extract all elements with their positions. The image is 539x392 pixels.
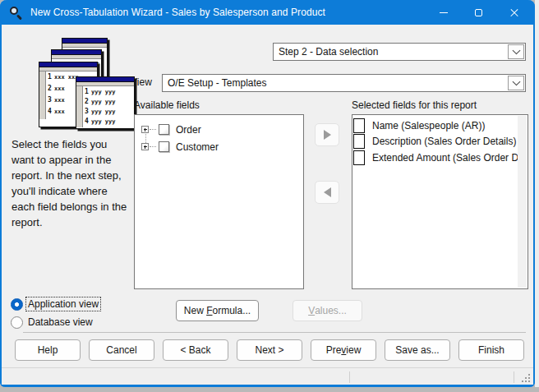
close-icon: [509, 7, 519, 17]
view-selector-dropdown-button[interactable]: [508, 76, 524, 90]
close-button[interactable]: [496, 0, 532, 25]
tree-item-label: Customer: [176, 141, 219, 153]
available-fields-tree[interactable]: Order Customer: [134, 114, 304, 289]
graphic-card-front: 1yyy yyy 2yyy yyy 3yyy yyy 4yyy yyy: [76, 76, 135, 129]
view-selector-value: O/E Setup - Templates: [168, 77, 267, 89]
step-selector[interactable]: Step 2 - Data selection: [273, 43, 526, 61]
caption-buttons: [426, 0, 532, 25]
add-field-button[interactable]: [315, 123, 339, 146]
selected-field-label: Description (Sales Order Details): [372, 136, 516, 147]
selected-field-row[interactable]: Extended Amount (Sales Order D: [352, 150, 527, 166]
radio-unselected-icon[interactable]: [11, 316, 23, 329]
selected-fields-label: Selected fields for this report: [352, 99, 477, 111]
chevron-down-icon: [512, 77, 520, 85]
remove-field-button[interactable]: [315, 181, 339, 204]
field-icon: [353, 134, 365, 149]
status-bar: [2, 367, 533, 385]
tree-connector: [145, 132, 146, 143]
crosstab-wizard-graphic-icon: c AA c AA c 1xxx xxx 2xxx 3xxx 4xxx 1yyy…: [18, 36, 120, 131]
selected-field-row[interactable]: Name (Salespeople (AR)): [352, 118, 527, 134]
field-icon: [353, 150, 365, 165]
new-formula-button[interactable]: New Formula...: [176, 300, 259, 321]
selected-fields-list[interactable]: Name (Salespeople (AR)) Description (Sal…: [352, 114, 528, 289]
vertical-scrollbar[interactable]: [518, 116, 527, 288]
help-button[interactable]: Help: [15, 339, 81, 361]
finish-button[interactable]: Finish: [458, 339, 524, 361]
application-view-radio[interactable]: Application view: [11, 297, 100, 311]
expand-plus-icon[interactable]: [141, 143, 149, 150]
footer-button-bar: Help Cancel < Back Next > Preview Save a…: [15, 339, 524, 361]
view-selector[interactable]: O/E Setup - Templates: [162, 74, 526, 92]
triangle-left-icon: [324, 187, 331, 197]
titlebar[interactable]: New Cross-Tabulation Wizard - Sales by S…: [0, 0, 535, 25]
application-view-label[interactable]: Application view: [26, 297, 100, 311]
maximize-icon: [475, 9, 482, 16]
table-icon: [159, 124, 169, 135]
expand-plus-icon[interactable]: [141, 126, 149, 133]
step-description: Select the fields you want to appear in …: [12, 136, 128, 230]
status-bar-divider: [349, 371, 350, 383]
maximize-button[interactable]: [461, 0, 496, 25]
preview-button[interactable]: Preview: [311, 339, 376, 361]
step-selector-dropdown-button[interactable]: [508, 44, 524, 59]
chevron-down-icon: [512, 46, 520, 54]
window-title: New Cross-Tabulation Wizard - Sales by S…: [30, 7, 325, 18]
next-button[interactable]: Next >: [237, 339, 302, 361]
minimize-icon: [440, 12, 448, 13]
wizard-dialog-window: New Cross-Tabulation Wizard - Sales by S…: [0, 0, 535, 387]
tree-item-label: Order: [176, 124, 201, 136]
magnifier-icon: [9, 6, 23, 20]
field-icon: [353, 118, 365, 133]
radio-selected-icon[interactable]: [11, 298, 23, 311]
table-icon: [159, 141, 169, 152]
selected-field-label: Extended Amount (Sales Order D: [372, 152, 518, 164]
save-as-button[interactable]: Save as...: [385, 339, 450, 361]
cancel-button[interactable]: Cancel: [89, 339, 154, 361]
available-fields-label: Available fields: [134, 99, 200, 111]
selected-field-label: Name (Salespeople (AR)): [372, 120, 485, 131]
footer-separator: [23, 332, 526, 333]
minimize-button[interactable]: [426, 0, 461, 25]
status-bar-divider: [514, 371, 514, 383]
database-view-label[interactable]: Database view: [26, 316, 94, 329]
tree-item-customer[interactable]: Customer: [135, 138, 303, 155]
triangle-right-icon: [324, 130, 331, 140]
back-button[interactable]: < Back: [163, 339, 228, 361]
desktop-background: [535, 0, 539, 387]
tree-item-order[interactable]: Order: [135, 121, 303, 138]
selected-field-row[interactable]: Description (Sales Order Details): [352, 134, 527, 150]
step-selector-value: Step 2 - Data selection: [279, 46, 378, 58]
resize-grip-icon[interactable]: [521, 373, 531, 383]
values-button: Values...: [293, 300, 362, 321]
database-view-radio[interactable]: Database view: [11, 315, 94, 330]
